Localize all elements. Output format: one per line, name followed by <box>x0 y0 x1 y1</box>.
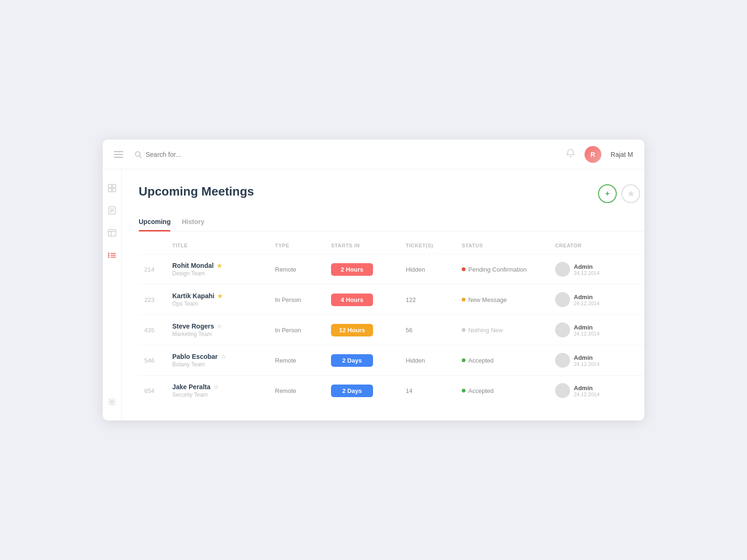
col-starts: STARTS IN <box>331 243 406 248</box>
table-row: 214 Rohit Mondal ★ Design Team Remote 2 … <box>139 254 644 284</box>
status-dot <box>462 298 465 301</box>
team-name: Security Team <box>172 392 275 398</box>
more-options-button[interactable]: ⋮ <box>639 294 644 305</box>
star-icon: ☆ <box>217 323 222 330</box>
creator-name: Admin <box>574 324 599 331</box>
sidebar-item-settings[interactable] <box>103 392 121 411</box>
creator-avatar <box>555 262 570 277</box>
starts-in-cell: 2 Hours <box>331 263 406 276</box>
star-button[interactable]: ★ <box>621 184 640 203</box>
tab-history[interactable]: History <box>182 214 204 231</box>
search-icon <box>134 151 142 158</box>
row-name-main: Kartik Kapahi ★ <box>172 292 275 300</box>
star-icon: ☆ <box>213 384 219 391</box>
starts-in-badge: 4 Hours <box>331 294 373 306</box>
tab-upcoming[interactable]: Upcoming <box>139 214 170 231</box>
row-name: Jake Peralta ☆ Security Team <box>172 383 275 398</box>
sidebar-item-dashboard[interactable] <box>103 179 121 197</box>
creator-avatar <box>555 292 570 307</box>
person-name: Jake Peralta <box>172 383 211 391</box>
svg-rect-10 <box>108 230 116 236</box>
row-status: Accepted <box>462 357 555 364</box>
row-id: 654 <box>144 387 172 394</box>
col-tickets: TICKET(S) <box>406 243 462 248</box>
hamburger-icon[interactable] <box>114 151 123 158</box>
star-icon: ★ <box>217 262 222 269</box>
bell-icon[interactable] <box>566 148 575 160</box>
sidebar-item-documents[interactable] <box>103 201 121 220</box>
row-name-main: Steve Rogers ☆ <box>172 322 275 330</box>
row-creator: Admin 24.12.2014 <box>555 292 639 307</box>
row-type: In Person <box>275 296 331 303</box>
creator-date: 24.12.2014 <box>574 301 599 306</box>
creator-avatar <box>555 353 570 368</box>
row-creator: Admin 24.12.2014 <box>555 353 639 368</box>
more-options-button[interactable]: ⋮ <box>639 264 644 274</box>
starts-in-badge: 2 Hours <box>331 263 373 276</box>
team-name: Ops Team <box>172 301 275 307</box>
status-text: Accepted <box>468 357 493 364</box>
add-button[interactable]: + <box>598 184 617 203</box>
row-tickets: 122 <box>406 296 462 303</box>
search-input[interactable] <box>146 151 286 158</box>
creator-name: Admin <box>574 294 599 301</box>
creator-date: 24.12.2014 <box>574 361 599 367</box>
row-id: 546 <box>144 357 172 364</box>
row-name-main: Pablo Escobar ☆ <box>172 353 275 360</box>
creator-avatar <box>555 383 570 398</box>
col-type: TYPE <box>275 243 331 248</box>
team-name: Design Team <box>172 270 275 277</box>
more-options-button[interactable]: ⋮ <box>639 385 644 396</box>
col-more <box>639 243 644 248</box>
status-dot <box>462 389 465 392</box>
starts-in-cell: 2 Days <box>331 385 406 397</box>
team-name: Botany Team <box>172 361 275 368</box>
content-header: Upcoming Meetings + ★ <box>139 184 644 203</box>
row-name-main: Rohit Mondal ★ <box>172 262 275 269</box>
svg-rect-5 <box>113 189 116 192</box>
svg-rect-3 <box>113 184 116 188</box>
more-options-button[interactable]: ⋮ <box>639 355 644 365</box>
table-row: 546 Pablo Escobar ☆ Botany Team Remote 2… <box>139 345 644 375</box>
status-dot <box>462 267 465 271</box>
creator-name: Admin <box>574 385 599 392</box>
status-text: New Message <box>468 296 507 303</box>
creator-name: Admin <box>574 263 599 270</box>
table-row: 435 Steve Rogers ☆ Marketing Team In Per… <box>139 315 644 345</box>
team-name: Marketing Team <box>172 331 275 337</box>
person-name: Rohit Mondal <box>172 262 214 269</box>
app-wrapper: R Rajat M <box>103 140 644 420</box>
tabs: Upcoming History <box>139 214 644 231</box>
row-type: Remote <box>275 266 331 273</box>
row-tickets: Hidden <box>406 266 462 273</box>
table-header: TITLE TYPE STARTS IN TICKET(S) STATUS CR… <box>139 243 644 254</box>
col-creator: CREATOR <box>555 243 639 248</box>
sidebar-item-table[interactable] <box>103 224 121 242</box>
row-type: Remote <box>275 357 331 364</box>
row-creator: Admin 24.12.2014 <box>555 262 639 277</box>
starts-in-cell: 2 Days <box>331 354 406 367</box>
row-name-main: Jake Peralta ☆ <box>172 383 275 391</box>
topbar: R Rajat M <box>103 140 644 169</box>
star-icon: ★ <box>217 293 223 300</box>
creator-info: Admin 24.12.2014 <box>574 385 599 397</box>
row-tickets: 14 <box>406 387 462 394</box>
creator-info: Admin 24.12.2014 <box>574 263 599 276</box>
row-type: Remote <box>275 387 331 394</box>
sidebar <box>103 169 122 420</box>
row-status: Accepted <box>462 387 555 394</box>
row-status: New Message <box>462 296 555 303</box>
sidebar-item-list[interactable] <box>103 246 121 265</box>
status-dot <box>462 328 465 332</box>
creator-avatar <box>555 322 570 337</box>
avatar: R <box>585 146 601 163</box>
person-name: Steve Rogers <box>172 322 214 330</box>
more-options-button[interactable]: ⋮ <box>639 325 644 335</box>
row-id: 214 <box>144 266 172 273</box>
header-actions: + ★ <box>598 184 644 203</box>
creator-info: Admin 24.12.2014 <box>574 324 599 336</box>
starts-in-badge: 2 Days <box>331 354 373 367</box>
creator-date: 24.12.2014 <box>574 270 599 276</box>
status-text: Nothing New <box>468 327 503 334</box>
row-status: Pending Confirmation <box>462 266 555 273</box>
